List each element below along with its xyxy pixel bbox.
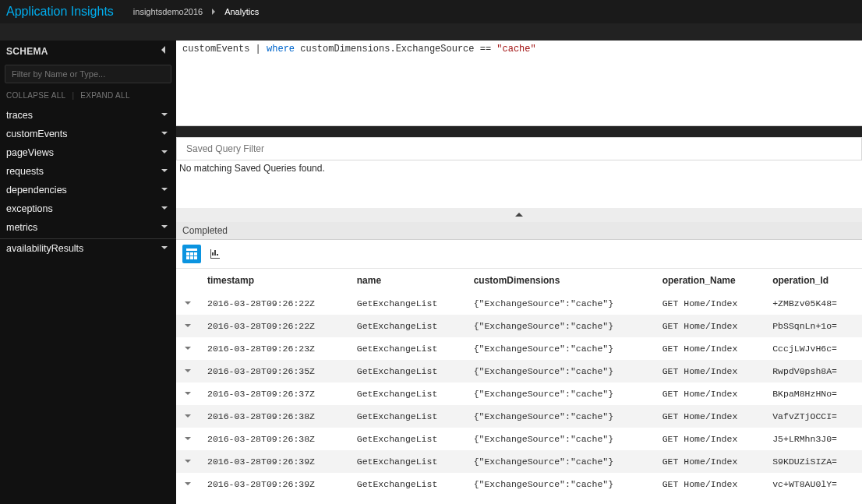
cell-op: GET Home/Index	[655, 337, 765, 360]
chevron-down-icon	[184, 299, 192, 307]
row-expand-toggle[interactable]	[176, 450, 200, 473]
chevron-down-icon	[184, 435, 192, 442]
cell-id: PbSSqnLn+1o=	[765, 315, 862, 337]
col-customdimensions[interactable]: customDimensions	[466, 269, 655, 292]
chevron-down-icon	[161, 185, 168, 196]
cell-cd: {"ExchangeSource":"cache"}	[466, 337, 655, 360]
table-view-button[interactable]	[182, 245, 201, 263]
cell-id: CccjLWJvH6c=	[765, 337, 862, 360]
chevron-down-icon	[184, 367, 192, 375]
cell-name: GetExchangeList	[349, 450, 466, 473]
cell-name: GetExchangeList	[349, 337, 466, 360]
schema-item-metrics[interactable]: metrics	[0, 218, 176, 237]
table-row[interactable]: 2016-03-28T09:26:39ZGetExchangeList{"Exc…	[176, 473, 862, 495]
cell-op: GET Home/Index	[655, 450, 765, 473]
table-row[interactable]: 2016-03-28T09:26:38ZGetExchangeList{"Exc…	[176, 428, 862, 450]
table-row[interactable]: 2016-03-28T09:26:22ZGetExchangeList{"Exc…	[176, 315, 862, 337]
row-expand-toggle[interactable]	[176, 360, 200, 382]
chevron-down-icon	[184, 322, 192, 330]
col-timestamp[interactable]: timestamp	[200, 269, 349, 292]
row-expand-toggle[interactable]	[176, 315, 200, 337]
sidebar-collapse-icon[interactable]	[159, 45, 168, 57]
cell-cd: {"ExchangeSource":"cache"}	[466, 450, 655, 473]
schema-item-traces[interactable]: traces	[0, 106, 176, 125]
results-table: timestamp name customDimensions operatio…	[176, 269, 862, 495]
schema-item-customEvents[interactable]: customEvents	[0, 125, 176, 143]
cell-id: VafvZTjOCCI=	[765, 405, 862, 428]
row-expand-toggle[interactable]	[176, 292, 200, 315]
table-row[interactable]: 2016-03-28T09:26:38ZGetExchangeList{"Exc…	[176, 405, 862, 428]
schema-filter-input[interactable]	[5, 65, 171, 83]
schema-item-label: pageViews	[6, 147, 54, 158]
row-expand-toggle[interactable]	[176, 382, 200, 405]
chevron-down-icon	[184, 389, 192, 397]
table-row[interactable]: 2016-03-28T09:26:23ZGetExchangeList{"Exc…	[176, 337, 862, 360]
saved-query-empty: No matching Saved Queries found.	[176, 160, 862, 178]
breadcrumb-root[interactable]: insightsdemo2016	[133, 7, 203, 16]
chevron-down-icon	[161, 129, 168, 139]
schema-item-pageViews[interactable]: pageViews	[0, 143, 176, 162]
cell-id: +ZMBzv05K48=	[765, 292, 862, 315]
col-name[interactable]: name	[349, 269, 466, 292]
cell-cd: {"ExchangeSource":"cache"}	[466, 292, 655, 315]
cell-ts: 2016-03-28T09:26:23Z	[200, 337, 349, 360]
results-table-wrap[interactable]: timestamp name customDimensions operatio…	[176, 269, 862, 504]
cell-op: GET Home/Index	[655, 382, 765, 405]
schema-item-requests[interactable]: requests	[0, 162, 176, 181]
results-toolbar	[176, 240, 862, 269]
chevron-down-icon	[161, 147, 168, 158]
cell-id: BKpaM8HzHNo=	[765, 382, 862, 405]
schema-item-label: availabilityResults	[6, 243, 83, 254]
breadcrumb: insightsdemo2016 Analytics	[133, 7, 259, 16]
cell-name: GetExchangeList	[349, 382, 466, 405]
cell-ts: 2016-03-28T09:26:38Z	[200, 428, 349, 450]
results-collapse-toggle[interactable]	[176, 208, 862, 222]
cell-id: vc+WT8AU0lY=	[765, 473, 862, 495]
saved-query-filter-input[interactable]	[177, 138, 861, 160]
schema-item-label: exceptions	[6, 203, 53, 214]
col-operation-name[interactable]: operation_Name	[655, 269, 765, 292]
chevron-right-icon	[210, 7, 217, 16]
table-icon	[186, 248, 197, 259]
breadcrumb-current: Analytics	[224, 7, 259, 16]
col-operation-id[interactable]: operation_Id	[765, 269, 862, 292]
schema-item-label: dependencies	[6, 185, 67, 196]
cell-cd: {"ExchangeSource":"cache"}	[466, 473, 655, 495]
row-expand-toggle[interactable]	[176, 405, 200, 428]
query-editor[interactable]: customEvents | where customDimensions.Ex…	[176, 41, 862, 126]
table-row[interactable]: 2016-03-28T09:26:22ZGetExchangeList{"Exc…	[176, 292, 862, 315]
row-expand-toggle[interactable]	[176, 337, 200, 360]
chevron-down-icon	[184, 412, 192, 420]
collapse-all-link[interactable]: COLLAPSE ALL	[6, 91, 65, 100]
cell-name: GetExchangeList	[349, 360, 466, 382]
table-row[interactable]: 2016-03-28T09:26:35ZGetExchangeList{"Exc…	[176, 360, 862, 382]
expand-all-link[interactable]: EXPAND ALL	[80, 91, 129, 100]
table-row[interactable]: 2016-03-28T09:26:39ZGetExchangeList{"Exc…	[176, 450, 862, 473]
sidebar-title: SCHEMA	[6, 46, 48, 57]
chevron-down-icon	[184, 457, 192, 465]
row-expand-toggle[interactable]	[176, 473, 200, 495]
cell-ts: 2016-03-28T09:26:38Z	[200, 405, 349, 428]
schema-item-label: metrics	[6, 222, 37, 233]
schema-item-dependencies[interactable]: dependencies	[0, 181, 176, 199]
cell-cd: {"ExchangeSource":"cache"}	[466, 405, 655, 428]
schema-item-availabilityResults[interactable]: availabilityResults	[0, 239, 176, 258]
chart-view-button[interactable]	[206, 245, 224, 263]
cell-ts: 2016-03-28T09:26:22Z	[200, 315, 349, 337]
secondary-bar	[0, 23, 862, 41]
schema-item-label: customEvents	[6, 129, 68, 139]
cell-name: GetExchangeList	[349, 405, 466, 428]
row-expand-toggle[interactable]	[176, 428, 200, 450]
schema-item-exceptions[interactable]: exceptions	[0, 199, 176, 218]
cell-ts: 2016-03-28T09:26:39Z	[200, 450, 349, 473]
cell-op: GET Home/Index	[655, 428, 765, 450]
cell-id: J5+LRMhn3J0=	[765, 428, 862, 450]
cell-op: GET Home/Index	[655, 315, 765, 337]
chevron-down-icon	[161, 222, 168, 233]
cell-id: RwpdV0psh8A=	[765, 360, 862, 382]
chart-icon	[210, 248, 221, 259]
chevron-down-icon	[161, 243, 168, 254]
table-row[interactable]: 2016-03-28T09:26:37ZGetExchangeList{"Exc…	[176, 382, 862, 405]
chevron-down-icon	[161, 166, 168, 177]
chevron-down-icon	[184, 344, 192, 352]
